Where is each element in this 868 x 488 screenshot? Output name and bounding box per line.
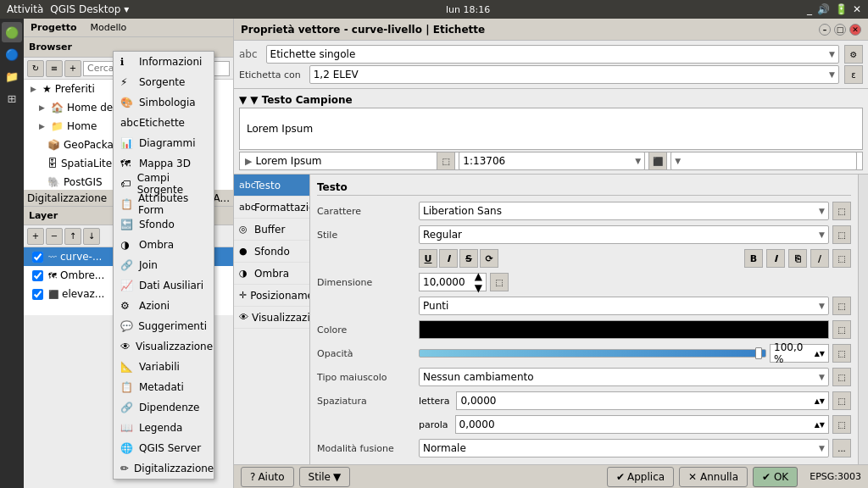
labels-combo[interactable]: Etichette singole ▼ [266, 45, 839, 64]
carattere-combo[interactable]: Liberation Sans ▼ [419, 202, 829, 220]
ctx-dipendenze[interactable]: 🔗 Dipendenze [114, 397, 214, 418]
add-btn[interactable]: + [64, 60, 81, 77]
ctx-metadati[interactable]: 📋 Metadati [114, 377, 214, 397]
ctx-qgis-server[interactable]: 🌐 QGIS Server [114, 438, 214, 458]
field-combo[interactable]: 1,2 ELEV ▼ [309, 65, 839, 84]
nav-visualizzazione[interactable]: 👁 Visualizzazio... [234, 307, 309, 329]
copy-btn[interactable]: ⎘ [788, 249, 807, 268]
stile-btn[interactable]: Stile ▼ [299, 467, 351, 487]
ctx-join[interactable]: 🔗 Join [114, 255, 214, 275]
lettera-spin[interactable]: 0,0000 ▲▼ [456, 391, 829, 410]
speaker-icon[interactable]: 🔊 [817, 3, 830, 15]
dim-unit-reset[interactable]: ⬚ [832, 297, 851, 315]
nav-posizionamento[interactable]: ✛ Posizioname... [234, 285, 309, 307]
attivita-label[interactable]: Attività [7, 3, 43, 15]
dock-apps[interactable]: ⊞ [2, 88, 22, 108]
ctx-label: Variabili [139, 361, 180, 373]
opacita-reset[interactable]: ⬚ [832, 344, 851, 363]
parola-reset[interactable]: ⬚ [832, 415, 851, 434]
applica-btn[interactable]: ✔ Applica [607, 467, 674, 487]
preview-reset-btn[interactable]: ⬚ [437, 152, 455, 170]
nav-ombra[interactable]: ◑ Ombra [234, 263, 309, 285]
scale-btn[interactable]: ⬛ [648, 152, 667, 170]
carattere-reset[interactable]: ⬚ [832, 202, 851, 220]
nav-formattazione[interactable]: abc Formattazio... [234, 197, 309, 219]
ctx-mappa3d[interactable]: 🗺 Mappa 3D [114, 153, 214, 174]
props-scrollbar[interactable] [858, 175, 868, 464]
ctx-visualizzazione[interactable]: 👁 Visualizzazione [114, 336, 214, 357]
opacita-spin[interactable]: 100,0 % ▲▼ [770, 344, 829, 363]
modalita-combo[interactable]: Normale ▼ [419, 439, 829, 458]
battery-icon[interactable]: 🔋 [835, 3, 848, 15]
ctx-azioni[interactable]: ⚙ Azioni [114, 296, 214, 316]
annulla-btn[interactable]: ✕ Annulla [679, 467, 748, 487]
dim-reset[interactable]: ⬚ [490, 273, 509, 291]
ctx-suggerimenti[interactable]: 💬 Suggerimenti [114, 316, 214, 336]
ctx-ombra[interactable]: ◑ Ombra [114, 235, 214, 255]
maximize-btn[interactable]: □ [834, 24, 846, 36]
layer-add-btn[interactable]: + [27, 228, 44, 245]
collapse-btn[interactable]: ≡ [46, 60, 63, 77]
ctx-diagrammi[interactable]: 📊 Diagrammi [114, 133, 214, 153]
fmt-reset2[interactable]: ⬚ [832, 249, 851, 268]
ctx-simbologia[interactable]: 🎨 Simbologia [114, 92, 214, 113]
italic-btn[interactable]: I [439, 249, 458, 268]
underline-btn[interactable]: U [419, 249, 437, 268]
color-swatch[interactable] [419, 320, 829, 339]
ctx-digitalizzazione[interactable]: ✏ Digitalizzazione [114, 458, 214, 479]
reset-fmt-btn[interactable]: ⟳ [480, 249, 498, 268]
modalita-reset[interactable]: ... [832, 439, 851, 458]
layer-checkbox-ombre[interactable] [32, 270, 43, 281]
dim-unit-combo[interactable]: Punti ▼ [419, 297, 829, 315]
ctx-dati-ausiliari[interactable]: 📈 Dati Ausiliari [114, 275, 214, 296]
ctx-legenda[interactable]: 📖 Legenda [114, 418, 214, 438]
layer-checkbox-elevaz[interactable] [32, 289, 43, 300]
app-name[interactable]: QGIS Desktop ▾ [50, 3, 129, 15]
layer-dn-btn[interactable]: ↓ [83, 228, 100, 245]
tipo-combo[interactable]: Nessun cambiamento ▼ [419, 368, 829, 386]
minimize-btn[interactable]: – [819, 24, 831, 36]
parola-spin[interactable]: 0,0000 ▲▼ [455, 415, 829, 434]
color-reset[interactable]: ⬚ [832, 320, 851, 339]
layer-remove-btn[interactable]: − [46, 228, 63, 245]
opacity-slider[interactable] [419, 349, 766, 358]
ctx-campi[interactable]: 🏷 Campi Sorgente [114, 174, 214, 194]
dock-qgis[interactable]: 🟢 [2, 22, 22, 42]
bold-btn[interactable]: B [744, 249, 763, 268]
nav-testo[interactable]: abc Testo [234, 175, 309, 197]
close-icon[interactable]: ✕ [853, 3, 861, 15]
field-btn[interactable]: ε [844, 65, 863, 84]
aiuto-btn[interactable]: ? Aiuto [241, 467, 294, 487]
ok-btn[interactable]: ✔ OK [753, 467, 798, 487]
opacity-handle[interactable] [755, 347, 762, 359]
layer-up-btn[interactable]: ↑ [64, 228, 81, 245]
ctx-sorgente[interactable]: ⚡ Sorgente [114, 72, 214, 92]
tipo-reset[interactable]: ⬚ [832, 368, 851, 386]
labels-reset-btn[interactable]: ⚙ [844, 45, 863, 64]
scale-combo[interactable]: 1:13706 ▼ [459, 152, 645, 170]
refresh-btn[interactable]: ↻ [27, 60, 44, 77]
ctx-etichette[interactable]: abc Etichette [114, 113, 214, 133]
ctx-attributes-form[interactable]: 📋 Attributes Form [114, 194, 214, 214]
nav-sfondo[interactable]: ● Sfondo [234, 241, 309, 263]
extra-btn[interactable]: / [810, 249, 829, 268]
strikethrough-btn[interactable]: S [459, 249, 478, 268]
dock-chrome[interactable]: 🔵 [2, 44, 22, 64]
model-tab[interactable]: Modello [83, 22, 133, 33]
ctx-variabili[interactable]: 📐 Variabili [114, 357, 214, 377]
italic2-btn[interactable]: I [766, 249, 785, 268]
dimensione-spin[interactable]: 10,0000 ▲▼ [419, 273, 487, 291]
stile-reset[interactable]: ⬚ [832, 225, 851, 244]
stile-combo[interactable]: Regular ▼ [419, 225, 829, 244]
extra-combo[interactable]: ▼ [670, 152, 857, 170]
close-btn[interactable]: ✕ [849, 24, 861, 36]
minimize-icon[interactable]: _ [807, 3, 812, 15]
lettera-reset[interactable]: ⬚ [832, 391, 851, 410]
layer-checkbox-curve[interactable] [32, 252, 43, 263]
collapse-icon[interactable]: ▼ [239, 94, 247, 106]
ctx-informazioni[interactable]: ℹ Informazioni [114, 52, 214, 72]
ctx-sfondo[interactable]: 🔙 Sfondo [114, 214, 214, 235]
dock-files[interactable]: 📁 [2, 66, 22, 86]
nav-buffer[interactable]: ◎ Buffer [234, 219, 309, 241]
project-tab[interactable]: Progetto [24, 22, 83, 33]
